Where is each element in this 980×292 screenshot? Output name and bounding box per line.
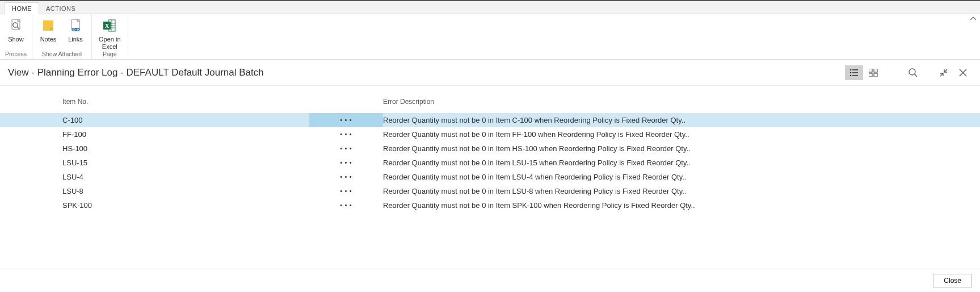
cell-error-description: Reorder Quantity must not be 0 in Item L… [383, 171, 980, 183]
footer-bar: Close [0, 269, 980, 292]
notes-button[interactable]: Notes [35, 14, 62, 50]
row-actions-button[interactable]: • • • [309, 113, 383, 127]
header-tools [845, 65, 972, 80]
svg-point-14 [850, 69, 852, 70]
svg-rect-15 [852, 69, 858, 70]
ellipsis-icon: • • • [340, 158, 352, 168]
svg-rect-17 [852, 72, 858, 73]
cell-error-description: Reorder Quantity must not be 0 in Item L… [383, 157, 980, 169]
ribbon-group-show-attached: Notes Links [32, 14, 92, 59]
tiles-icon [869, 69, 878, 77]
row-actions-button[interactable]: • • • [309, 184, 383, 198]
ribbon-group-process: Show Process [0, 14, 32, 59]
row-actions-button[interactable]: • • • [309, 156, 383, 170]
cell-error-description: Reorder Quantity must not be 0 in Item H… [383, 143, 980, 155]
ribbon-collapse-icon[interactable] [970, 15, 977, 22]
svg-text:X: X [105, 23, 110, 29]
excel-icon: X [100, 16, 119, 35]
row-actions-button[interactable]: • • • [309, 141, 383, 156]
notes-label: Notes [40, 36, 57, 43]
cell-item-no: LSU-4 [62, 171, 309, 183]
error-log-grid: Item No. Error Description C-100• • •Reo… [0, 86, 980, 212]
cell-error-description: Reorder Quantity must not be 0 in Item S… [383, 199, 980, 211]
close-button[interactable]: Close [933, 274, 972, 287]
collapse-icon [939, 68, 948, 77]
tile-view-button[interactable] [864, 65, 882, 80]
show-button[interactable]: Show [2, 14, 30, 50]
close-icon [958, 68, 968, 77]
svg-rect-19 [852, 75, 858, 76]
cell-item-no: LSU-15 [62, 157, 309, 169]
ellipsis-icon: • • • [340, 115, 352, 125]
page-title: View - Planning Error Log - DEFAULT Defa… [8, 67, 845, 78]
cell-error-description: Reorder Quantity must not be 0 in Item F… [383, 128, 980, 140]
app-window: HOME ACTIONS Show [0, 0, 980, 292]
row-actions-button[interactable]: • • • [309, 198, 383, 212]
ellipsis-icon: • • • [340, 172, 352, 182]
links-button[interactable]: Links [62, 14, 89, 50]
ellipsis-icon: • • • [340, 130, 352, 139]
grid-body: C-100• • •Reorder Quantity must not be 0… [0, 113, 980, 212]
svg-rect-21 [874, 69, 877, 72]
magnifier-page-icon [7, 16, 25, 35]
ribbon-group-page: X Open in Excel Page [92, 14, 128, 59]
table-row[interactable]: LSU-4• • •Reorder Quantity must not be 0… [0, 170, 980, 184]
links-icon [66, 16, 85, 35]
cell-item-no: LSU-8 [62, 185, 309, 197]
svg-rect-22 [869, 73, 872, 77]
row-actions-button[interactable]: • • • [309, 127, 383, 141]
ribbon-group-show-attached-label: Show Attached [35, 50, 89, 59]
ribbon-tab-strip: HOME ACTIONS [0, 1, 980, 14]
ellipsis-icon: • • • [340, 144, 352, 153]
ellipsis-icon: • • • [340, 201, 352, 210]
links-label: Links [68, 36, 83, 43]
ellipsis-icon: • • • [340, 186, 352, 196]
cell-item-no: SPK-100 [62, 199, 309, 211]
tab-home[interactable]: HOME [5, 2, 39, 14]
list-icon [849, 69, 859, 77]
col-header-error-description[interactable]: Error Description [383, 96, 980, 107]
collapse-window-button[interactable] [935, 65, 953, 80]
list-view-button[interactable] [845, 65, 863, 80]
table-row[interactable]: SPK-100• • •Reorder Quantity must not be… [0, 198, 980, 212]
svg-line-25 [915, 74, 917, 76]
svg-point-24 [909, 69, 915, 75]
open-in-excel-label: Open in Excel [99, 36, 121, 50]
table-row[interactable]: LSU-8• • •Reorder Quantity must not be 0… [0, 184, 980, 198]
cell-error-description: Reorder Quantity must not be 0 in Item L… [383, 185, 980, 197]
svg-point-16 [850, 72, 852, 73]
ribbon-group-process-label: Process [2, 50, 30, 59]
cell-error-description: Reorder Quantity must not be 0 in Item C… [383, 114, 980, 126]
svg-rect-23 [874, 73, 877, 77]
cell-item-no: HS-100 [62, 143, 309, 155]
open-in-excel-button[interactable]: X Open in Excel [94, 14, 125, 50]
tab-actions[interactable]: ACTIONS [39, 3, 82, 14]
table-row[interactable]: FF-100• • •Reorder Quantity must not be … [0, 127, 980, 141]
table-row[interactable]: C-100• • •Reorder Quantity must not be 0… [0, 113, 980, 127]
row-actions-button[interactable]: • • • [309, 170, 383, 184]
table-row[interactable]: LSU-15• • •Reorder Quantity must not be … [0, 156, 980, 170]
cell-item-no: FF-100 [62, 128, 309, 140]
cell-item-no: C-100 [62, 114, 309, 126]
svg-point-18 [850, 74, 852, 76]
search-button[interactable] [904, 65, 922, 80]
col-header-item-no[interactable]: Item No. [62, 96, 309, 107]
view-header: View - Planning Error Log - DEFAULT Defa… [0, 60, 980, 86]
ribbon-group-page-label: Page [94, 50, 125, 59]
notes-icon [39, 16, 57, 35]
table-row[interactable]: HS-100• • •Reorder Quantity must not be … [0, 141, 980, 156]
grid-header: Item No. Error Description [0, 86, 980, 113]
ribbon: Show Process Notes [0, 14, 980, 60]
close-window-button[interactable] [954, 65, 972, 80]
search-icon [908, 68, 918, 78]
show-label: Show [8, 36, 24, 43]
svg-rect-20 [869, 69, 872, 72]
